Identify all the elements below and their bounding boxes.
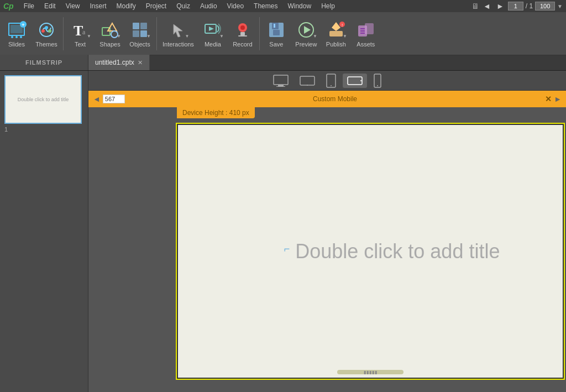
zoom-dropdown-arrow[interactable]: ▼ xyxy=(557,3,563,9)
text-dropdown[interactable]: ▼ xyxy=(87,34,91,39)
menu-bar: Cp File Edit View Insert Modify Project … xyxy=(0,0,566,12)
svg-point-10 xyxy=(45,26,48,29)
media-dropdown[interactable]: ▼ xyxy=(219,34,224,39)
menu-file[interactable]: File xyxy=(19,1,39,11)
menu-audio[interactable]: Audio xyxy=(196,1,222,11)
interactions-button[interactable]: ▼ Interactions xyxy=(159,15,197,53)
file-tab-active[interactable]: untitled1.cptx ✕ xyxy=(88,55,150,70)
slide-title-placeholder[interactable]: ⌐ Double click to add title xyxy=(284,240,500,263)
svg-rect-38 xyxy=(365,23,374,34)
custom-mobile-close-button[interactable]: ✕ xyxy=(545,95,552,103)
shapes-dropdown[interactable]: ▼ xyxy=(117,34,121,39)
svg-point-11 xyxy=(48,29,51,33)
app-logo: Cp xyxy=(3,2,14,11)
assets-button[interactable]: Assets xyxy=(352,15,380,53)
record-icon xyxy=(233,20,253,40)
close-tab-button[interactable]: ✕ xyxy=(138,59,143,66)
preview-dropdown[interactable]: ▼ xyxy=(313,34,317,39)
tablet-landscape-icon xyxy=(300,75,315,87)
desktop-icon xyxy=(273,75,289,87)
desktop-breakpoint-button[interactable] xyxy=(269,72,293,89)
menu-edit[interactable]: Edit xyxy=(40,1,60,11)
menu-modify[interactable]: Modify xyxy=(112,1,140,11)
svg-point-4 xyxy=(20,36,22,38)
svg-text:!: ! xyxy=(342,23,343,28)
interactions-dropdown[interactable]: ▼ xyxy=(185,34,190,39)
custom-mobile-bar: ◄ Custom Mobile ✕ ► xyxy=(88,91,566,107)
menu-insert[interactable]: Insert xyxy=(86,1,111,11)
assets-icon xyxy=(356,20,376,40)
right-arrow: ► xyxy=(554,95,562,103)
main-area: Double click to add title 1 xyxy=(0,71,566,392)
slide-scrollbar[interactable]: ▮▮▮▮▮ xyxy=(337,370,403,374)
filmstrip-label: FILMSTRIP xyxy=(0,55,88,70)
svg-marker-34 xyxy=(332,22,340,31)
objects-label: Objects xyxy=(129,41,150,48)
publish-dropdown[interactable]: ▼ xyxy=(343,34,347,39)
tablet-portrait-breakpoint-button[interactable] xyxy=(322,71,340,90)
svg-rect-17 xyxy=(133,23,139,29)
page-separator: / 1 xyxy=(526,2,533,10)
slides-icon: + xyxy=(7,20,27,40)
menu-themes[interactable]: Themes xyxy=(249,1,282,11)
menu-video[interactable]: Video xyxy=(223,1,248,11)
save-label: Save xyxy=(269,41,283,48)
slides-label: Slides xyxy=(8,41,25,48)
save-button[interactable]: Save xyxy=(262,15,291,53)
svg-rect-24 xyxy=(240,32,245,35)
menu-view[interactable]: View xyxy=(61,1,85,11)
menu-project[interactable]: Project xyxy=(142,1,171,11)
filmstrip-panel: Double click to add title 1 xyxy=(0,71,88,392)
tablet-landscape-breakpoint-button[interactable] xyxy=(295,72,319,89)
svg-text:a: a xyxy=(82,28,86,36)
svg-text:+: + xyxy=(22,22,24,28)
slide-thumb-text: Double click to add title xyxy=(18,97,69,102)
menu-window[interactable]: Window xyxy=(283,1,316,11)
shapes-label: Shapes xyxy=(99,41,120,48)
nav-prev[interactable]: ◄ xyxy=(481,1,492,12)
publish-button[interactable]: ! ▼ Publish xyxy=(322,15,350,53)
nav-next[interactable]: ► xyxy=(495,1,506,12)
record-button[interactable]: Record xyxy=(228,15,257,53)
tablet-portrait-icon xyxy=(326,74,336,88)
svg-rect-25 xyxy=(238,35,247,36)
text-button[interactable]: T a ▼ Text xyxy=(66,15,95,53)
corner-bracket-icon: ⌐ xyxy=(284,243,290,255)
media-label: Media xyxy=(205,41,221,48)
publish-label: Publish xyxy=(326,41,346,48)
svg-rect-40 xyxy=(278,85,284,86)
mobile-portrait-breakpoint-button[interactable] xyxy=(369,71,386,90)
slides-button[interactable]: + Slides xyxy=(2,15,31,53)
svg-marker-32 xyxy=(304,26,311,34)
mobile-landscape-breakpoint-button[interactable] xyxy=(343,74,367,88)
slide-thumbnail-1[interactable]: Double click to add title xyxy=(4,75,82,124)
preview-button[interactable]: ▼ Preview xyxy=(292,15,321,53)
themes-button[interactable]: Themes xyxy=(32,15,61,53)
svg-rect-33 xyxy=(329,31,343,36)
assets-label: Assets xyxy=(357,41,375,48)
text-label: Text xyxy=(75,41,86,48)
svg-text:T: T xyxy=(74,23,83,39)
mobile-portrait-icon xyxy=(374,74,381,88)
svg-point-45 xyxy=(331,85,332,86)
menu-quiz[interactable]: Quiz xyxy=(172,1,195,11)
objects-dropdown[interactable]: ▼ xyxy=(146,34,151,39)
svg-point-26 xyxy=(240,25,245,30)
themes-label: Themes xyxy=(35,41,57,48)
media-button[interactable]: ▼ Media xyxy=(198,15,227,53)
canvas-area: ◄ Custom Mobile ✕ ► Device Height : 410 … xyxy=(88,71,566,392)
objects-button[interactable]: ▼ Objects xyxy=(125,15,154,53)
svg-rect-18 xyxy=(140,23,147,29)
file-tab-name: untitled1.cptx xyxy=(95,59,134,66)
svg-point-3 xyxy=(15,36,18,38)
shapes-button[interactable]: ▼ Shapes xyxy=(96,15,124,53)
save-icon xyxy=(266,20,286,40)
left-triangle: ◄ xyxy=(93,95,101,103)
page-current[interactable]: 1 xyxy=(508,2,523,11)
zoom-input[interactable] xyxy=(535,2,555,11)
tab-bar: FILMSTRIP untitled1.cptx ✕ xyxy=(0,55,566,71)
device-height-label: Device Height : 410 px xyxy=(177,107,255,118)
slide-canvas[interactable]: ⌐ Double click to add title ▮▮▮▮▮ xyxy=(177,124,564,379)
menu-help[interactable]: Help xyxy=(317,1,339,11)
custom-mobile-width-input[interactable] xyxy=(103,95,125,103)
